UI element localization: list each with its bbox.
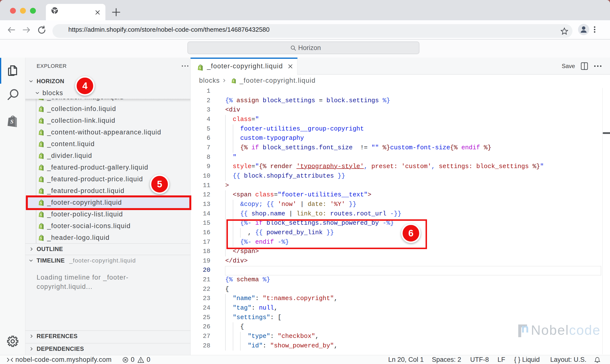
svg-text:S: S [10,118,13,125]
